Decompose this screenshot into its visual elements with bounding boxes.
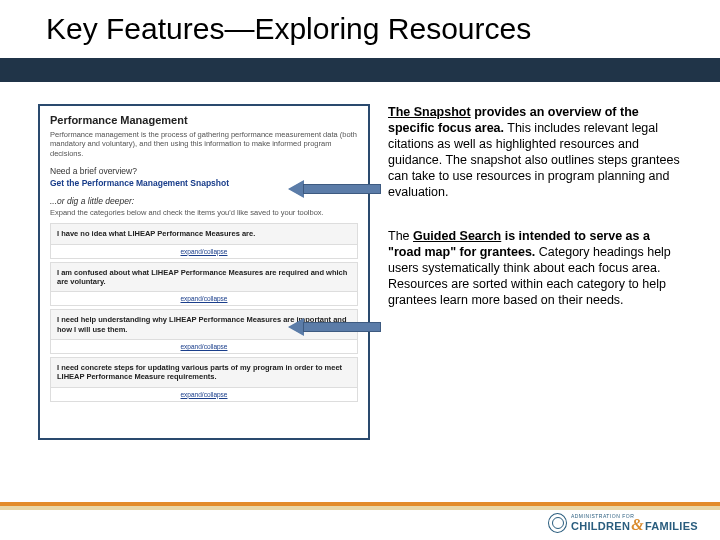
expand-collapse-link[interactable]: expand/collapse xyxy=(50,292,358,306)
accordion-head[interactable]: I have no idea what LIHEAP Performance M… xyxy=(50,223,358,244)
expand-collapse-link[interactable]: expand/collapse xyxy=(50,340,358,354)
panel-expand-note: Expand the categories below and check th… xyxy=(50,208,358,217)
expand-collapse-link[interactable]: expand/collapse xyxy=(50,245,358,259)
panel-overview-q: Need a brief overview? xyxy=(50,166,358,176)
expand-collapse-link[interactable]: expand/collapse xyxy=(50,388,358,402)
navy-strip xyxy=(0,58,720,82)
accordion-head[interactable]: I am confused about what LIHEAP Performa… xyxy=(50,262,358,293)
guided-search-description: The Guided Search is intended to serve a… xyxy=(388,228,686,308)
panel-body: Performance Management Performance manag… xyxy=(40,106,368,438)
accordion-head[interactable]: I need concrete steps for updating vario… xyxy=(50,357,358,388)
accordion-item[interactable]: I have no idea what LIHEAP Performance M… xyxy=(50,223,358,258)
content-area: Performance Management Performance manag… xyxy=(38,104,686,474)
footer: ADMINISTRATION FOR CHILDREN&FAMILIES xyxy=(0,502,720,540)
accordion-item[interactable]: I need concrete steps for updating vario… xyxy=(50,357,358,402)
acf-logo: ADMINISTRATION FOR CHILDREN&FAMILIES xyxy=(548,510,698,536)
panel-deeper: ...or dig a little deeper: xyxy=(50,196,358,206)
explanatory-text: The Snapshot provides an overview of the… xyxy=(388,104,686,336)
page-title: Key Features—Exploring Resources xyxy=(46,12,531,46)
screenshot-panel: Performance Management Performance manag… xyxy=(38,104,370,440)
snapshot-description: The Snapshot provides an overview of the… xyxy=(388,104,686,200)
accordion-item[interactable]: I am confused about what LIHEAP Performa… xyxy=(50,262,358,307)
slide: Key Features—Exploring Resources Perform… xyxy=(0,0,720,540)
panel-intro: Performance management is the process of… xyxy=(50,130,358,158)
seal-icon xyxy=(548,513,567,533)
logo-main: CHILDREN&FAMILIES xyxy=(571,519,698,532)
panel-heading: Performance Management xyxy=(50,114,358,126)
